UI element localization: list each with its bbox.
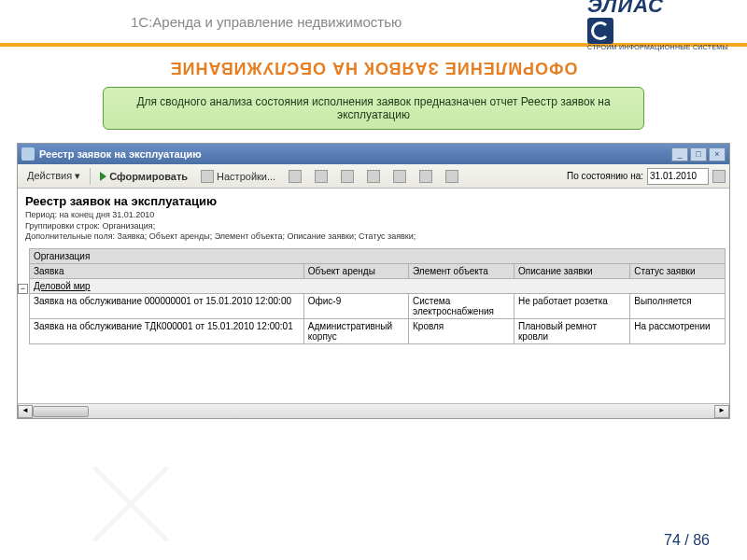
toolbar-btn-6[interactable] <box>414 168 438 185</box>
cell-element: Кровля <box>409 319 514 344</box>
page-header: 1С:Аренда и управление недвижимостью ЭЛИ… <box>0 0 747 47</box>
col-object: Объект аренды <box>303 264 408 279</box>
toolbar-btn-5[interactable] <box>388 168 412 185</box>
page-current: 74 <box>664 532 681 548</box>
group-label: Деловой мир <box>30 279 726 294</box>
toolbar-btn-4[interactable] <box>361 168 386 185</box>
table-row[interactable]: Заявка на обслуживание ТДК000001 от 15.0… <box>30 319 726 344</box>
scroll-right-button[interactable]: ► <box>714 405 729 418</box>
horizontal-scrollbar[interactable]: ◄ ► <box>18 403 729 418</box>
help-button[interactable] <box>440 168 464 185</box>
table-row[interactable]: Заявка на обслуживание 000000001 от 15.0… <box>30 294 726 319</box>
cell-object: Административный корпус <box>303 319 408 344</box>
cell-status: Выполняется <box>630 294 726 319</box>
meta-period: Период: на конец дня 31.01.2010 <box>25 210 722 221</box>
minimize-button[interactable]: _ <box>671 147 688 161</box>
section-title: ОФОРМЛЕНИЕ ЗАЯВОК НА ОБСЛУЖИВАНИЕ <box>0 58 747 77</box>
close-button[interactable]: × <box>709 147 726 161</box>
logo-text: ЭЛИАС <box>587 0 664 17</box>
maximize-button[interactable]: □ <box>690 147 707 161</box>
report-title: Реестр заявок на эксплуатацию <box>25 194 722 208</box>
date-input[interactable] <box>647 168 709 185</box>
toolbar-btn-1[interactable] <box>283 168 307 185</box>
collapse-toggle[interactable]: − <box>18 284 28 294</box>
cell-element: Система электроснабжения <box>409 294 514 319</box>
page-sep: / <box>681 532 693 548</box>
toolbar-icon <box>289 170 302 183</box>
col-description: Описание заявки <box>514 264 629 279</box>
gear-icon <box>201 170 214 183</box>
toolbar-icon <box>315 170 328 183</box>
titlebar: Реестр заявок на эксплуатацию _ □ × <box>18 144 729 164</box>
grid-wrap: − Организация Заявка Объект аренды Элеме… <box>25 248 722 344</box>
settings-label: Настройки... <box>217 171 275 182</box>
col-organization: Организация <box>30 249 726 264</box>
scroll-left-button[interactable]: ◄ <box>18 405 33 418</box>
cell-request: Заявка на обслуживание 000000001 от 15.0… <box>30 294 304 319</box>
report-grid: Организация Заявка Объект аренды Элемент… <box>29 248 726 344</box>
background-decoration <box>0 429 747 560</box>
help-icon <box>445 170 458 183</box>
toolbar: Действия ▾ Сформировать Настройки... По … <box>18 164 729 189</box>
toolbar-icon <box>367 170 380 183</box>
scroll-thumb[interactable] <box>33 406 89 417</box>
logo-icon <box>587 18 613 44</box>
toolbar-icon <box>393 170 406 183</box>
logo-subtitle: СТРОИМ ИНФОРМАЦИОННЫЕ СИСТЕМЫ <box>587 44 728 50</box>
date-picker-icon[interactable] <box>712 170 726 183</box>
page-total: 86 <box>693 532 710 548</box>
col-request: Заявка <box>30 264 304 279</box>
play-icon <box>100 172 106 181</box>
meta-fields: Дополнительные поля: Заявка; Объект арен… <box>25 231 722 243</box>
report-meta: Период: на конец дня 31.01.2010 Группиро… <box>25 210 722 243</box>
cell-request: Заявка на обслуживание ТДК000001 от 15.0… <box>30 319 304 344</box>
cell-object: Офис-9 <box>303 294 408 319</box>
col-status: Статус заявки <box>630 264 726 279</box>
cell-description: Не работает розетка <box>514 294 629 319</box>
report-area: Реестр заявок на эксплуатацию Период: на… <box>18 189 729 403</box>
form-label: Сформировать <box>109 171 188 182</box>
toolbar-btn-2[interactable] <box>309 168 333 185</box>
info-banner: Для сводного анализа состояния исполнени… <box>103 87 644 130</box>
form-button[interactable]: Сформировать <box>94 169 193 184</box>
toolbar-btn-3[interactable] <box>335 168 359 185</box>
toolbar-icon <box>419 170 432 183</box>
app-window: Реестр заявок на эксплуатацию _ □ × Дейс… <box>17 143 730 419</box>
header-title: 1С:Аренда и управление недвижимостью <box>131 14 402 30</box>
logo: ЭЛИАС СТРОИМ ИНФОРМАЦИОННЫЕ СИСТЕМЫ <box>587 0 728 50</box>
window-icon <box>21 147 35 161</box>
col-element: Элемент объекта <box>409 264 514 279</box>
settings-button[interactable]: Настройки... <box>195 168 281 185</box>
page-number: 74 / 86 <box>664 532 710 549</box>
scroll-track[interactable] <box>33 405 714 418</box>
cell-status: На рассмотрении <box>630 319 726 344</box>
meta-grouping: Группировки строк: Организация; <box>25 221 722 232</box>
toolbar-icon <box>341 170 354 183</box>
group-row[interactable]: Деловой мир <box>30 279 726 294</box>
cell-description: Плановый ремнот кровли <box>514 319 629 344</box>
as-of-label: По состоянию на: <box>567 171 643 181</box>
window-title: Реестр заявок на эксплуатацию <box>39 148 202 160</box>
separator <box>90 168 91 185</box>
actions-menu[interactable]: Действия ▾ <box>21 168 86 184</box>
